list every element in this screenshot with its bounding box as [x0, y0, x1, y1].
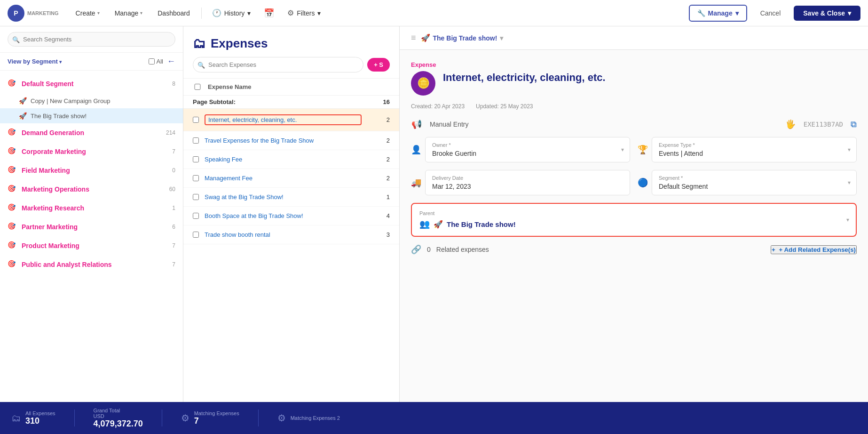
expense-checkbox-6[interactable] — [193, 232, 199, 238]
logo-icon: P — [8, 5, 24, 22]
segment-count-demand: 214 — [166, 129, 175, 136]
expense-row-0[interactable]: Internet, electricity, cleaning, etc. 2 — [183, 109, 399, 131]
history-chevron-icon: ▾ — [247, 9, 251, 17]
exe-code-text: EXE113B7AD — [804, 121, 843, 128]
save-close-button[interactable]: Save & Close ▾ — [794, 6, 860, 21]
sidebar-item-field-marketing[interactable]: 🎯 Field Marketing 0 — [0, 161, 183, 180]
expense-row-6[interactable]: Trade show booth rental 3 — [183, 225, 399, 244]
sidebar-item-product-marketing[interactable]: 🎯 Product Marketing 7 — [0, 236, 183, 255]
copy-button[interactable]: ⧉ — [851, 120, 857, 129]
expenses-panel: 🗂 Expenses 🔍 + S Expense Name Page Subto… — [183, 26, 400, 402]
sidebar-item-default-segment[interactable]: 🎯 Default Segment 8 — [0, 74, 183, 93]
expense-checkbox-0[interactable] — [193, 117, 199, 123]
expense-row-5[interactable]: Booth Space at the Big Trade Show! 4 — [183, 207, 399, 225]
nav-separator — [201, 8, 202, 19]
parent-value-text: The Big Trade show! — [447, 220, 516, 228]
expenses-search-input[interactable] — [193, 57, 363, 72]
segment-count-partner: 6 — [172, 224, 175, 230]
segment-count-research: 1 — [172, 205, 175, 211]
content-area: 🗂 Expenses 🔍 + S Expense Name Page Subto… — [183, 26, 868, 402]
add-expense-button[interactable]: + S — [367, 58, 390, 72]
view-by-segment-button[interactable]: Segment ▾ — [32, 58, 62, 65]
expenses-header: 🗂 Expenses 🔍 + S — [183, 26, 399, 79]
parent-box[interactable]: Parent 👥 🚀 The Big Trade show! ▾ — [411, 203, 857, 237]
all-expenses-icon: 🗂 — [11, 413, 21, 424]
sidebar-subitem-big-trade[interactable]: 🚀 The Big Trade show! — [0, 108, 183, 123]
sidebar-subitem-copy-campaign[interactable]: 🚀 Copy | New Campaign Group — [0, 93, 183, 108]
create-nav-button[interactable]: Create ▾ — [70, 7, 105, 20]
expense-checkbox-2[interactable] — [193, 156, 199, 162]
filters-chevron-icon: ▾ — [317, 9, 321, 17]
segment-name-operations: Marketing Operations — [22, 185, 169, 193]
segment-list: 🎯 Default Segment 8 🚀 Copy | New Campaig… — [0, 71, 183, 402]
expense-checkbox-1[interactable] — [193, 137, 199, 144]
sidebar-item-partner-marketing[interactable]: 🎯 Partner Marketing 6 — [0, 217, 183, 236]
expenses-title-text: Expenses — [211, 36, 268, 51]
expense-name-col-header: Expense Name — [208, 83, 252, 90]
expense-checkbox-5[interactable] — [193, 213, 199, 219]
grand-total-info: Grand Total USD 4,079,372.70 — [94, 408, 143, 429]
dashboard-nav-button[interactable]: Dashboard — [152, 7, 196, 20]
sidebar-item-marketing-research[interactable]: 🎯 Marketing Research 1 — [0, 199, 183, 217]
sidebar-item-corporate-marketing[interactable]: 🎯 Corporate Marketing 7 — [0, 142, 183, 161]
expense-type-field[interactable]: Expense Type * Events | Attend ▾ — [652, 137, 857, 162]
segment-field-value: Default Segment — [659, 183, 850, 190]
owner-field[interactable]: Owner * Brooke Guertin ▾ — [425, 137, 630, 162]
bottom-divider-2 — [162, 410, 162, 426]
expense-amount-0: 2 — [362, 116, 390, 123]
manage-nav-button[interactable]: Manage ▾ — [109, 7, 149, 20]
sidebar-item-demand-generation[interactable]: 🎯 Demand Generation 214 — [0, 123, 183, 142]
expense-row-1[interactable]: Travel Expenses for the Big Trade Show 2 — [183, 131, 399, 150]
cancel-button[interactable]: Cancel — [751, 6, 790, 21]
matching-2-label: Matching Expenses 2 — [291, 415, 340, 421]
breadcrumb[interactable]: 🚀 The Big Trade show! ▾ — [421, 33, 504, 42]
speaker-icon: 📢 — [411, 119, 422, 129]
all-checkbox[interactable]: All — [149, 58, 163, 65]
delivery-date-value: Mar 12, 2023 — [432, 183, 623, 190]
logo: P MARKETING — [8, 5, 59, 22]
grand-total-value: 4,079,372.70 — [94, 419, 143, 429]
filter-icon: ⚙ — [287, 8, 294, 17]
filters-nav-button[interactable]: ⚙ Filters ▾ — [283, 6, 325, 20]
history-nav-button[interactable]: 🕐 History ▾ — [207, 6, 256, 20]
history-label: History — [224, 9, 245, 17]
manage-action-icon: 🔧 — [697, 9, 705, 17]
expense-checkbox-3[interactable] — [193, 175, 199, 181]
view-by-chevron-icon: ▾ — [59, 59, 62, 64]
expenses-search-bar: 🔍 + S — [193, 57, 390, 72]
owner-chevron-icon: ▾ — [621, 146, 624, 153]
manage-action-button[interactable]: 🔧 Manage ▾ — [689, 5, 747, 22]
back-button[interactable]: ← — [167, 56, 175, 66]
expense-row-2[interactable]: Speaking Fee 2 — [183, 150, 399, 169]
subitem-copy-label: Copy | New Campaign Group — [31, 97, 110, 104]
segment-name-demand: Demand Generation — [22, 129, 166, 137]
rocket-icon-copy: 🚀 — [19, 97, 27, 104]
segment-count-operations: 60 — [169, 186, 175, 193]
expense-checkbox-4[interactable] — [193, 194, 199, 200]
segment-name-partner: Partner Marketing — [22, 223, 172, 231]
segment-field[interactable]: Segment * Default Segment ▾ — [652, 170, 857, 195]
expense-rows: Internet, electricity, cleaning, etc. 2 … — [183, 109, 399, 402]
segment-name-field: Field Marketing — [22, 167, 172, 174]
expense-row-3[interactable]: Management Fee 2 — [183, 169, 399, 188]
expense-row-4[interactable]: Swag at the Big Trade Show! 1 — [183, 188, 399, 207]
all-checkbox-input[interactable] — [149, 58, 155, 64]
select-all-checkbox[interactable] — [193, 84, 202, 90]
expense-name-4: Swag at the Big Trade Show! — [205, 193, 362, 201]
sidebar-item-public-analyst[interactable]: 🎯 Public and Analyst Relations 7 — [0, 255, 183, 274]
rocket-icon-trade: 🚀 — [19, 112, 27, 120]
calendar-nav-button[interactable]: 📅 — [259, 5, 279, 21]
expenses-stack-icon: 🗂 — [193, 36, 206, 51]
page-subtotal-row: Page Subtotal: 16 — [183, 96, 399, 109]
delivery-date-field[interactable]: Delivery Date Mar 12, 2023 — [425, 170, 630, 195]
segment-icon-demand: 🎯 — [8, 128, 17, 137]
add-related-expense-button[interactable]: + + Add Related Expense(s) — [771, 245, 857, 254]
sidebar-item-marketing-operations[interactable]: 🎯 Marketing Operations 60 — [0, 180, 183, 199]
expense-detail-title-row: 🪙 Internet, electricity, cleaning, etc. — [411, 71, 857, 96]
main-layout: 🔍 View by Segment ▾ All ← — [0, 26, 868, 402]
segment-detail-icon: 🔵 — [638, 177, 648, 188]
expense-detail-title: Internet, electricity, cleaning, etc. — [443, 71, 857, 85]
segment-count-default: 8 — [172, 80, 175, 87]
sidebar-search-input[interactable] — [8, 32, 175, 47]
expense-amount-4: 1 — [362, 193, 390, 201]
